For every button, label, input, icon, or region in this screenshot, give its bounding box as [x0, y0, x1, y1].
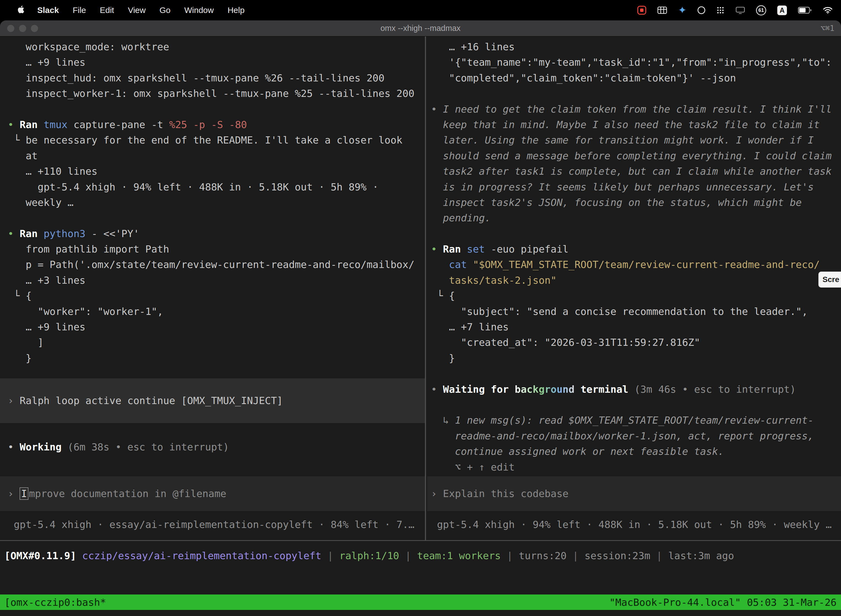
window-controls: [7, 25, 38, 32]
terminal-line: [427, 226, 841, 242]
menu-item-edit[interactable]: Edit: [93, 6, 121, 15]
terminal-content: workspace_mode: worktree … +9 lines insp…: [0, 37, 841, 616]
blue-app-icon[interactable]: ✦: [678, 5, 687, 15]
terminal-line: • Waiting for background terminal (3m 46…: [427, 382, 841, 397]
app-menu-slack[interactable]: Slack: [30, 6, 66, 15]
terminal-line: cat "$OMX_TEAM_STATE_ROOT/team/review-cu…: [427, 257, 841, 273]
terminal-line: … +16 lines: [427, 39, 841, 55]
tmux-pane-left[interactable]: workspace_mode: worktree … +9 lines insp…: [0, 37, 425, 539]
terminal-line: '{"team_name":"my-team","task_id":"1","f…: [427, 55, 841, 70]
right-footer-line: gpt-5.4 xhigh · 94% left · 488K in · 5.1…: [427, 517, 841, 532]
pane-bottom-border: [0, 540, 841, 541]
terminal-line: ⌥ + ↑ edit: [427, 459, 841, 475]
ring-icon[interactable]: [697, 6, 705, 14]
left-working-line: • Working (6m 38s • esc to interrupt): [0, 439, 425, 455]
terminal-line: inspect task2's JSON, focusing on the st…: [427, 195, 841, 210]
left-footer-line: gpt-5.4 xhigh · essay/ai-reimplementatio…: [0, 517, 425, 532]
terminal-line: tasks/task-2.json": [427, 273, 841, 288]
tmux-pane-right[interactable]: … +16 lines '{"team_name":"my-team","tas…: [427, 37, 841, 539]
terminal-line: • I need to get the claim token from the…: [427, 101, 841, 117]
terminal-line: }: [427, 351, 841, 366]
terminal-line: … +9 lines: [0, 55, 425, 70]
tmux-session-label: [omx-cczip0:bash*: [4, 597, 106, 608]
screen-tooltip: Scre: [818, 271, 841, 287]
terminal-line: [427, 366, 841, 381]
right-composer-line: › Explain this codebase: [427, 486, 568, 502]
terminal-line: pending.: [427, 210, 841, 226]
right-footer-row: gpt-5.4 xhigh · 94% left · 488K in · 5.1…: [427, 517, 841, 532]
menu-bar: Slack FileEditViewGoWindowHelp ✦ 61 A: [0, 0, 841, 21]
tmux-host-clock: "MacBook-Pro-44.local" 05:03 31-Mar-26: [609, 597, 837, 608]
terminal-line: • Ran set -euo pipefail: [427, 242, 841, 257]
terminal-line: … +110 lines: [0, 164, 425, 179]
menu-item-window[interactable]: Window: [177, 6, 221, 15]
menu-left: Slack FileEditViewGoWindowHelp: [0, 5, 251, 16]
battery-61-badge[interactable]: 61: [756, 5, 766, 15]
minimize-button[interactable]: [19, 25, 26, 32]
terminal-line: readme-and-reco/mailbox/worker-1.json, a…: [427, 428, 841, 444]
terminal-line: }: [0, 351, 425, 366]
terminal-line: "completed","claim_token":"claim-token"}…: [427, 70, 841, 86]
display-icon[interactable]: [736, 6, 745, 14]
menu-item-view[interactable]: View: [121, 6, 152, 15]
terminal-line: weekly …: [0, 195, 425, 210]
terminal-line: gpt-5.4 xhigh · 94% left · 488K in · 5.1…: [0, 179, 425, 195]
terminal-line: "created_at": "2026-03-31T11:59:27.816Z": [427, 335, 841, 350]
right-pane-rows: … +16 lines '{"team_name":"my-team","tas…: [427, 37, 841, 475]
menu-item-go[interactable]: Go: [152, 6, 177, 15]
wifi-icon[interactable]: [823, 6, 833, 14]
terminal-line: [427, 86, 841, 101]
table-grid-icon[interactable]: [657, 6, 667, 14]
terminal-window: omx --xhigh --madmax ⌥⌘1 workspace_mode:…: [0, 21, 841, 616]
terminal-line: from pathlib import Path: [0, 242, 425, 257]
ralph-loop-banner: › Ralph loop active continue [OMX_TMUX_I…: [0, 378, 425, 423]
battery-icon[interactable]: [798, 7, 812, 14]
terminal-line: inspect_hud: omx sparkshell --tmux-pane …: [0, 70, 425, 86]
terminal-line: task2 after task1 is complete, but can I…: [427, 164, 841, 179]
terminal-line: is in progress? It seems likely but perh…: [427, 179, 841, 195]
menu-item-file[interactable]: File: [66, 6, 93, 15]
menu-items: FileEditViewGoWindowHelp: [66, 6, 251, 15]
omx-status-line: [OMX#0.11.9] cczip/essay/ai-reimplementa…: [0, 548, 841, 563]
terminal-line: … +3 lines: [0, 273, 425, 288]
terminal-line: at: [0, 148, 425, 164]
a-badge-icon[interactable]: A: [777, 6, 787, 15]
terminal-line: └ be necessary for the end of the README…: [0, 132, 425, 148]
menubar-status-icons: ✦ 61 A: [637, 5, 841, 15]
terminal-line: p = Path('.omx/state/team/review-current…: [0, 257, 425, 273]
terminal-line: └ {: [427, 288, 841, 304]
screen-recording-icon[interactable]: [637, 6, 646, 15]
terminal-line: "subject": "send a concise recommendatio…: [427, 304, 841, 319]
terminal-line: • Ran python3 - <<'PY': [0, 226, 425, 242]
terminal-line: └ {: [0, 288, 425, 304]
terminal-line: … +7 lines: [427, 319, 841, 335]
left-pane-rows: workspace_mode: worktree … +9 lines insp…: [0, 37, 425, 366]
menu-item-help[interactable]: Help: [221, 6, 252, 15]
terminal-line: • Ran tmux capture-pane -t %25 -p -S -80: [0, 117, 425, 132]
terminal-line: continue assigned work or next feasible …: [427, 444, 841, 459]
terminal-line: ↳ 1 new msg(s): read $OMX_TEAM_STATE_ROO…: [427, 413, 841, 428]
terminal-line: [0, 101, 425, 117]
window-shortcut: ⌥⌘1: [820, 24, 834, 33]
terminal-line: workspace_mode: worktree: [0, 39, 425, 55]
terminal-line: keep that in mind. Maybe I also need the…: [427, 117, 841, 132]
terminal-line: "worker": "worker-1",: [0, 304, 425, 319]
window-title: omx --xhigh --madmax: [381, 24, 460, 33]
left-composer-line: › Improve documentation in @filename: [0, 486, 226, 502]
right-composer-input[interactable]: › Explain this codebase: [427, 476, 841, 511]
terminal-line: ]: [0, 335, 425, 350]
zoom-button[interactable]: [31, 25, 38, 32]
close-button[interactable]: [7, 25, 14, 32]
apple-menu[interactable]: [11, 5, 30, 16]
pane-divider[interactable]: [425, 37, 426, 541]
left-composer-input[interactable]: › Improve documentation in @filename: [0, 476, 425, 511]
ralph-band-line: › Ralph loop active continue [OMX_TMUX_I…: [0, 393, 283, 408]
title-bar[interactable]: omx --xhigh --madmax ⌥⌘1: [0, 21, 841, 37]
left-footer-row: gpt-5.4 xhigh · essay/ai-reimplementatio…: [0, 517, 425, 532]
terminal-line: inspect_worker-1: omx sparkshell --tmux-…: [0, 86, 425, 101]
terminal-line: should send a message before completing …: [427, 148, 841, 164]
omx-status-text: [OMX#0.11.9] cczip/essay/ai-reimplementa…: [0, 548, 841, 563]
terminal-line: [427, 397, 841, 413]
dots-grid-icon[interactable]: [716, 6, 725, 14]
terminal-line: … +9 lines: [0, 319, 425, 335]
